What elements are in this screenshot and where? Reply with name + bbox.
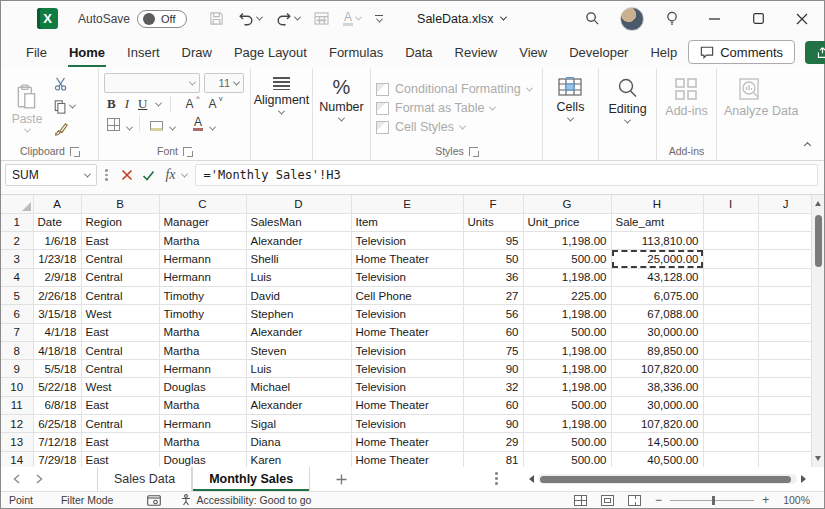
name-box[interactable]: SUM xyxy=(5,164,97,186)
cell-F7[interactable]: 60 xyxy=(463,323,523,341)
cell-H2[interactable]: 113,810.00 xyxy=(611,232,703,250)
cell-G3[interactable]: 500.00 xyxy=(523,250,611,268)
cell-J2[interactable] xyxy=(758,232,813,250)
comments-button[interactable]: Comments xyxy=(688,40,795,64)
cell-E12[interactable]: Television xyxy=(351,415,463,433)
row-header-8[interactable]: 8 xyxy=(1,341,33,359)
scroll-up-icon[interactable] xyxy=(815,201,821,206)
borders-dropdown-icon[interactable] xyxy=(126,124,133,131)
cell-E2[interactable]: Television xyxy=(351,232,463,250)
fill-color-icon[interactable] xyxy=(150,121,163,131)
zoom-out-icon[interactable]: − xyxy=(655,495,662,505)
cell-A9[interactable]: 5/5/18 xyxy=(33,360,81,378)
cell-J10[interactable] xyxy=(758,378,813,396)
cell-B4[interactable]: Central xyxy=(81,268,159,286)
font-color-icon[interactable]: A xyxy=(193,117,203,131)
cell-A11[interactable]: 6/8/18 xyxy=(33,396,81,414)
cell-F11[interactable]: 60 xyxy=(463,396,523,414)
name-box-dropdown-icon[interactable] xyxy=(84,170,91,177)
clipboard-dialog-launcher[interactable] xyxy=(70,147,79,156)
cell-E4[interactable]: Television xyxy=(351,268,463,286)
cell-A14[interactable]: 7/29/18 xyxy=(33,451,81,467)
cell-I5[interactable] xyxy=(703,286,758,304)
cell-D5[interactable]: David xyxy=(246,286,351,304)
cell-E5[interactable]: Cell Phone xyxy=(351,286,463,304)
cell-E13[interactable]: Home Theater xyxy=(351,433,463,451)
underline-dropdown-icon[interactable] xyxy=(155,99,162,106)
cell-G14[interactable]: 500.00 xyxy=(523,451,611,467)
cell-G5[interactable]: 225.00 xyxy=(523,286,611,304)
font-size-select[interactable]: 11 xyxy=(204,73,244,93)
maximize-button[interactable] xyxy=(736,1,780,36)
cell-E7[interactable]: Home Theater xyxy=(351,323,463,341)
prev-sheet-icon[interactable] xyxy=(13,474,20,484)
cell-H5[interactable]: 6,075.00 xyxy=(611,286,703,304)
cell-G4[interactable]: 1,198.00 xyxy=(523,268,611,286)
tab-draw[interactable]: Draw xyxy=(171,39,223,66)
borders-icon[interactable] xyxy=(107,118,120,131)
zoom-slider[interactable] xyxy=(670,500,754,501)
cell-D8[interactable]: Steven xyxy=(246,341,351,359)
col-header-A[interactable]: A xyxy=(33,195,81,213)
cell-H1[interactable]: Sale_amt xyxy=(611,213,703,231)
editing-dropdown-icon[interactable] xyxy=(624,117,631,124)
cell-B10[interactable]: West xyxy=(81,378,159,396)
row-header-7[interactable]: 7 xyxy=(1,323,33,341)
sheet-tab-options-dots[interactable] xyxy=(495,472,498,485)
cell-F1[interactable]: Units xyxy=(463,213,523,231)
row-header-11[interactable]: 11 xyxy=(1,396,33,414)
spreadsheet-grid[interactable]: ABCDEFGHIJ1DateRegionManagerSalesManItem… xyxy=(1,195,824,467)
cell-I14[interactable] xyxy=(703,451,758,467)
cell-B6[interactable]: West xyxy=(81,305,159,323)
row-header-13[interactable]: 13 xyxy=(1,433,33,451)
undo-button[interactable] xyxy=(238,12,262,26)
cell-F12[interactable]: 90 xyxy=(463,415,523,433)
tab-view[interactable]: View xyxy=(508,39,558,66)
close-button[interactable] xyxy=(780,1,824,36)
autosave-control[interactable]: AutoSave Off xyxy=(78,10,187,28)
cells-dropdown-icon[interactable] xyxy=(567,115,574,122)
conditional-formatting-button[interactable]: Conditional Formatting xyxy=(376,82,537,96)
cell-C8[interactable]: Martha xyxy=(159,341,246,359)
tab-developer[interactable]: Developer xyxy=(558,39,639,66)
cell-A7[interactable]: 4/1/18 xyxy=(33,323,81,341)
zoom-slider-handle[interactable] xyxy=(712,496,715,505)
cell-E8[interactable]: Television xyxy=(351,341,463,359)
cell-I4[interactable] xyxy=(703,268,758,286)
share-button[interactable]: Share xyxy=(805,41,825,64)
cell-C14[interactable]: Douglas xyxy=(159,451,246,467)
paste-dropdown-icon[interactable] xyxy=(23,125,30,132)
cell-D13[interactable]: Diana xyxy=(246,433,351,451)
cell-H4[interactable]: 43,128.00 xyxy=(611,268,703,286)
normal-view-icon[interactable] xyxy=(574,495,587,506)
cell-D4[interactable]: Luis xyxy=(246,268,351,286)
cell-H13[interactable]: 14,500.00 xyxy=(611,433,703,451)
page-layout-view-icon[interactable] xyxy=(601,495,614,506)
tab-file[interactable]: File xyxy=(15,39,58,66)
cell-C13[interactable]: Martha xyxy=(159,433,246,451)
cell-E9[interactable]: Television xyxy=(351,360,463,378)
cell-B1[interactable]: Region xyxy=(81,213,159,231)
cell-C2[interactable]: Martha xyxy=(159,232,246,250)
col-header-C[interactable]: C xyxy=(159,195,246,213)
customize-qat-icon[interactable] xyxy=(375,15,383,23)
row-header-5[interactable]: 5 xyxy=(1,286,33,304)
cell-I12[interactable] xyxy=(703,415,758,433)
cell-J5[interactable] xyxy=(758,286,813,304)
cell-D6[interactable]: Stephen xyxy=(246,305,351,323)
cell-J3[interactable] xyxy=(758,250,813,268)
cell-D1[interactable]: SalesMan xyxy=(246,213,351,231)
row-header-12[interactable]: 12 xyxy=(1,415,33,433)
cell-I3[interactable] xyxy=(703,250,758,268)
cell-H8[interactable]: 89,850.00 xyxy=(611,341,703,359)
undo-dropdown-icon[interactable] xyxy=(256,14,263,21)
cell-A10[interactable]: 5/22/18 xyxy=(33,378,81,396)
decrease-font-button[interactable]: Av xyxy=(208,97,222,111)
cell-G13[interactable]: 500.00 xyxy=(523,433,611,451)
cell-C4[interactable]: Hermann xyxy=(159,268,246,286)
cell-G8[interactable]: 1,198.00 xyxy=(523,341,611,359)
cell-F13[interactable]: 29 xyxy=(463,433,523,451)
number-group[interactable]: % Number xyxy=(313,68,371,160)
cell-G7[interactable]: 500.00 xyxy=(523,323,611,341)
new-sheet-button[interactable] xyxy=(310,467,373,491)
